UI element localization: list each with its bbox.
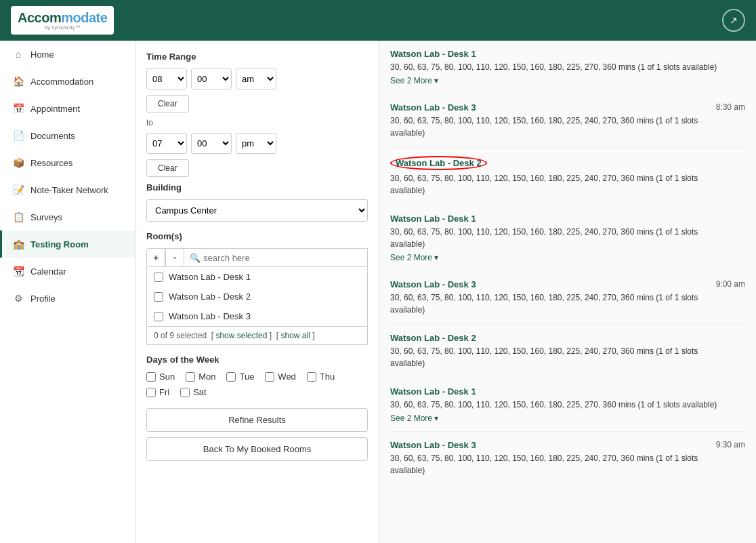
external-link-icon: ↗ [730, 15, 738, 26]
see-more-link[interactable]: See 2 More ▾ [390, 253, 734, 262]
sidebar-item-appointment[interactable]: 📅 Appointment [0, 95, 135, 122]
result-link-watson-desk3-930[interactable]: Watson Lab - Desk 3 [390, 440, 476, 450]
result-item: Watson Lab - Desk 1 30, 60, 63, 75, 80, … [390, 378, 745, 432]
result-desc: 30, 60, 63, 75, 80, 100, 110, 120, 150, … [390, 226, 734, 250]
result-item: Watson Lab - Desk 1 30, 60, 63, 75, 80, … [390, 205, 745, 271]
day-label-fri: Fri [159, 387, 169, 397]
sidebar-item-surveys[interactable]: 📋 Surveys [0, 203, 135, 230]
documents-icon: 📄 [13, 130, 24, 141]
result-link-watson-desk1-830[interactable]: Watson Lab - Desk 1 [390, 214, 476, 224]
day-checkbox-tue[interactable] [226, 372, 236, 382]
day-thu[interactable]: Thu [307, 371, 335, 382]
start-time-row: 0809101112 00153045 ampm [146, 68, 368, 89]
show-selected-link[interactable]: show selected [215, 331, 267, 340]
day-sun[interactable]: Sun [146, 371, 175, 382]
day-checkbox-fri[interactable] [146, 388, 156, 397]
back-to-booked-rooms-button[interactable]: Back To My Booked Rooms [146, 437, 368, 461]
day-sat[interactable]: Sat [180, 387, 207, 397]
rooms-add-button[interactable]: + [146, 248, 165, 267]
building-label: Building [146, 182, 368, 193]
external-link-button[interactable]: ↗ [722, 9, 745, 32]
result-item: Watson Lab - Desk 3 30, 60, 63, 75, 80, … [390, 94, 745, 148]
result-link-watson-desk3-900[interactable]: Watson Lab - Desk 3 [390, 279, 476, 289]
see-more-link[interactable]: See 2 More ▾ [390, 76, 734, 85]
see-more-link[interactable]: See 2 More ▾ [390, 414, 734, 423]
result-content: Watson Lab - Desk 2 30, 60, 63, 75, 80, … [390, 333, 734, 369]
day-checkbox-sun[interactable] [146, 372, 156, 382]
result-link-watson-desk2-900[interactable]: Watson Lab - Desk 2 [390, 333, 476, 343]
end-hour-select[interactable]: 070809 [146, 133, 187, 154]
day-checkbox-sat[interactable] [180, 388, 190, 397]
result-item: Watson Lab - Desk 3 30, 60, 63, 75, 80, … [390, 271, 745, 325]
end-time-row: 070809 00153045 pmam [146, 133, 368, 154]
rooms-remove-button[interactable]: - [165, 248, 184, 267]
results-panel: Watson Lab - Desk 1 30, 60, 63, 75, 80, … [379, 41, 756, 543]
list-item[interactable]: Watson Lab - Desk 3 [147, 306, 367, 326]
sidebar-item-calendar[interactable]: 📆 Calendar [0, 258, 135, 285]
day-tue[interactable]: Tue [226, 371, 254, 382]
logo-sub: by symplicity™ [44, 24, 80, 31]
room-checkbox-3[interactable] [154, 312, 163, 321]
end-ampm-select[interactable]: pmam [236, 133, 276, 154]
logo-area: Accommodate by symplicity™ [11, 6, 114, 35]
day-label-mon: Mon [198, 371, 215, 382]
day-mon[interactable]: Mon [186, 371, 215, 382]
start-hour-select[interactable]: 0809101112 [146, 68, 187, 89]
room-label-1: Watson Lab - Desk 1 [169, 272, 251, 282]
days-section: Days of the Week Sun Mon Tue Wed Thu [146, 355, 368, 397]
sidebar-item-profile[interactable]: ⚙ Profile [0, 285, 135, 312]
room-checkbox-1[interactable] [154, 273, 163, 282]
sidebar-label-accommodation: Accommodation [30, 77, 93, 87]
day-fri[interactable]: Fri [146, 387, 169, 397]
rooms-footer: 0 of 9 selected [ show selected ] [ show… [146, 327, 368, 345]
sidebar-item-home[interactable]: ⌂ Home [0, 41, 135, 68]
list-item[interactable]: Watson Lab - Desk 1 [147, 267, 367, 287]
list-item[interactable]: Watson Lab - Desk 2 [147, 287, 367, 306]
result-desc: 30, 60, 63, 75, 80, 100, 110, 120, 150, … [390, 345, 734, 369]
end-clear-button[interactable]: Clear [146, 159, 189, 177]
sidebar-label-calendar: Calendar [30, 266, 66, 277]
result-link-watson-desk1-top[interactable]: Watson Lab - Desk 1 [390, 49, 476, 59]
result-link-watson-desk2-830-circled[interactable]: Watson Lab - Desk 2 [390, 156, 487, 170]
sidebar-item-documents[interactable]: 📄 Documents [0, 122, 135, 149]
days-grid: Sun Mon Tue Wed Thu Fri Sa [146, 371, 368, 397]
main-layout: ⌂ Home 🏠 Accommodation 📅 Appointment 📄 D… [0, 41, 756, 543]
end-min-select[interactable]: 00153045 [191, 133, 232, 154]
header-right: ↗ [722, 9, 745, 32]
room-checkbox-2[interactable] [154, 292, 163, 302]
day-checkbox-wed[interactable] [265, 372, 274, 382]
result-content: Watson Lab - Desk 1 30, 60, 63, 75, 80, … [390, 214, 734, 262]
refine-results-button[interactable]: Refine Results [146, 408, 368, 432]
sidebar-item-resources[interactable]: 📦 Resources [0, 149, 135, 176]
result-link-watson-desk3-830[interactable]: Watson Lab - Desk 3 [390, 102, 476, 113]
start-min-select[interactable]: 00153045 [191, 68, 232, 89]
show-all-link[interactable]: show all [280, 331, 310, 340]
to-label: to [146, 118, 368, 127]
result-link-watson-desk1-900[interactable]: Watson Lab - Desk 1 [390, 386, 476, 397]
day-checkbox-mon[interactable] [186, 372, 195, 382]
day-checkbox-thu[interactable] [307, 372, 316, 382]
rooms-search-wrap: 🔍 [184, 248, 368, 267]
building-select[interactable]: Campus Center Watson Hall Main Building [146, 199, 368, 222]
start-clear-button[interactable]: Clear [146, 95, 189, 113]
day-label-tue: Tue [239, 371, 254, 382]
day-wed[interactable]: Wed [265, 371, 296, 382]
sidebar-item-testing-room[interactable]: 🏫 Testing Room [0, 230, 135, 258]
result-desc: 30, 60, 63, 75, 80, 100, 110, 120, 150, … [390, 399, 734, 411]
result-time-930: 9:30 am [716, 440, 745, 449]
sidebar-item-note-taker-network[interactable]: 📝 Note-Taker Network [0, 176, 135, 203]
time-range-label: Time Range [146, 52, 368, 62]
rooms-search-input[interactable] [203, 253, 362, 263]
accommodation-icon: 🏠 [13, 76, 24, 87]
result-content: Watson Lab - Desk 1 30, 60, 63, 75, 80, … [390, 386, 734, 423]
sidebar-item-accommodation[interactable]: 🏠 Accommodation [0, 68, 135, 95]
start-ampm-select[interactable]: ampm [236, 68, 276, 89]
logo-box: Accommodate by symplicity™ [11, 6, 114, 35]
result-time-900: 9:00 am [716, 279, 745, 289]
result-content: Watson Lab - Desk 3 30, 60, 63, 75, 80, … [390, 102, 705, 139]
result-time-830: 8:30 am [716, 102, 745, 112]
result-content: Watson Lab - Desk 2 30, 60, 63, 75, 80, … [390, 156, 734, 197]
result-desc: 30, 60, 63, 75, 80, 100, 110, 120, 150, … [390, 61, 734, 73]
testing-room-icon: 🏫 [13, 239, 24, 249]
result-content: Watson Lab - Desk 1 30, 60, 63, 75, 80, … [390, 49, 734, 85]
